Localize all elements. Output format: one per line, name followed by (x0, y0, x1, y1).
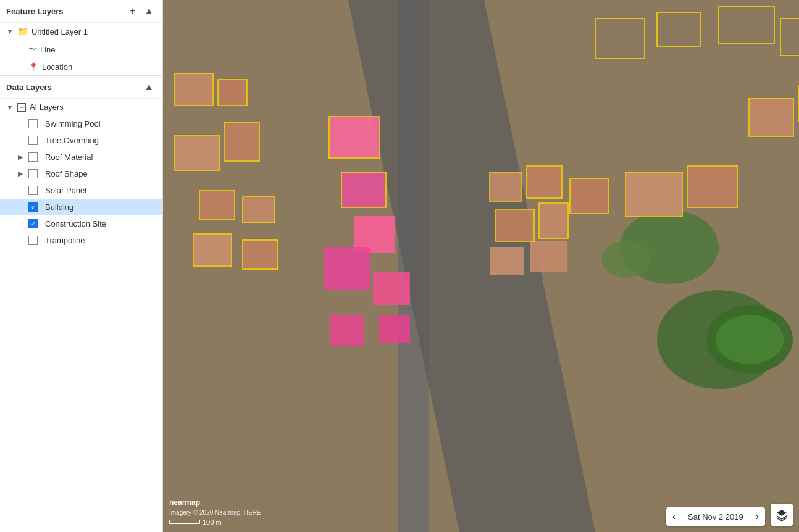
collapse-feature-layers-button[interactable]: ▲ (141, 5, 156, 17)
label-building: Building (45, 202, 73, 212)
svg-rect-16 (324, 247, 370, 290)
label-roof-material: Roof Material (45, 152, 93, 162)
checkbox-swimming-pool[interactable] (28, 119, 38, 128)
line-icon: 〜 (28, 44, 36, 55)
svg-rect-58 (243, 197, 274, 222)
label-solar-panel: Solar Panel (45, 186, 86, 195)
expand-icon-roof-material[interactable]: ▶ (16, 153, 25, 161)
prev-date-button[interactable]: ‹ (666, 507, 682, 526)
data-layers-label: Data Layers (6, 83, 52, 92)
svg-rect-28 (688, 167, 737, 207)
location-item[interactable]: 📍 Location (0, 59, 162, 75)
checkbox-building[interactable] (28, 202, 38, 212)
svg-rect-20 (490, 173, 521, 201)
untitled-layer-item[interactable]: ▼ 📁 Untitled Layer 1 (0, 23, 162, 40)
map-canvas: nearmap Imagery © 2020 Nearmap, HERE 100… (163, 0, 799, 532)
feature-layers-label: Feature Layers (6, 7, 64, 16)
svg-rect-29 (750, 99, 793, 136)
map-attribution: Imagery © 2020 Nearmap, HERE (169, 509, 261, 516)
checkbox-roof-material[interactable] (28, 152, 38, 162)
ai-layer-item-roof-material[interactable]: ▶Roof Material (0, 149, 162, 165)
map-area: nearmap Imagery © 2020 Nearmap, HERE 100… (163, 0, 799, 532)
svg-rect-19 (379, 315, 410, 343)
svg-point-6 (601, 241, 651, 278)
svg-rect-18 (330, 315, 364, 346)
ai-layer-list: Swimming PoolTree Overhang▶Roof Material… (0, 115, 162, 249)
ai-layers-minus-icon: − (17, 103, 26, 112)
label-trampoline: Trampoline (45, 236, 85, 245)
ai-layer-item-swimming-pool[interactable]: Swimming Pool (0, 115, 162, 132)
expand-icon-roof-shape[interactable]: ▶ (16, 170, 25, 178)
checkbox-tree-overhang[interactable] (28, 136, 38, 145)
untitled-layer-label: Untitled Layer 1 (31, 27, 88, 36)
line-item[interactable]: 〜 Line (0, 40, 162, 59)
svg-rect-14 (342, 173, 385, 207)
ai-layers-item[interactable]: ▼ − AI Layers (0, 99, 162, 115)
layer-expand-icon: ▼ (6, 27, 14, 36)
ai-layers-expand-icon: ▼ (6, 103, 14, 112)
label-roof-shape: Roof Shape (45, 169, 88, 178)
svg-rect-60 (194, 235, 231, 265)
next-date-button[interactable]: › (750, 507, 765, 526)
data-layers-controls: ▲ (141, 81, 156, 93)
add-layer-button[interactable]: + (127, 5, 138, 17)
label-construction-site: Construction Site (45, 219, 106, 228)
scale-bar: 100 m (169, 518, 261, 526)
svg-rect-24 (571, 179, 608, 213)
ai-layers-label: AI Layers (30, 102, 64, 112)
svg-rect-13 (330, 117, 379, 157)
checkbox-roof-shape[interactable] (28, 169, 38, 178)
ai-layer-item-tree-overhang[interactable]: Tree Overhang (0, 132, 162, 149)
map-bottom-bar: nearmap Imagery © 2020 Nearmap, HERE 100… (169, 498, 261, 526)
svg-rect-21 (527, 167, 561, 197)
svg-rect-17 (373, 272, 410, 305)
svg-rect-25 (490, 247, 524, 275)
line-label: Line (40, 45, 56, 54)
label-tree-overhang: Tree Overhang (45, 136, 99, 145)
nearmap-logo: nearmap (169, 498, 261, 507)
checkbox-solar-panel[interactable] (28, 186, 38, 195)
svg-rect-11 (175, 136, 219, 170)
ai-layer-item-roof-shape[interactable]: ▶Roof Shape (0, 165, 162, 182)
scale-line (169, 520, 200, 524)
svg-rect-9 (175, 74, 212, 105)
ai-layer-item-building[interactable]: Building (0, 199, 162, 215)
ai-layer-item-trampoline[interactable]: Trampoline (0, 232, 162, 249)
data-layers-header: Data Layers ▲ (0, 76, 162, 99)
location-icon: 📍 (28, 62, 38, 72)
feature-layers-title-group: Feature Layers (6, 7, 64, 16)
feature-layers-header: Feature Layers + ▲ (0, 0, 162, 23)
map-svg (163, 0, 799, 532)
svg-rect-56 (200, 191, 234, 219)
ai-layer-item-solar-panel[interactable]: Solar Panel (0, 182, 162, 199)
map-layers-button[interactable] (771, 504, 793, 526)
data-layers-title-group: Data Layers (6, 83, 52, 92)
svg-point-8 (716, 315, 784, 364)
location-label: Location (42, 62, 72, 72)
ai-layer-item-construction-site[interactable]: Construction Site (0, 215, 162, 232)
scale-label: 100 m (203, 518, 222, 526)
svg-rect-27 (626, 173, 682, 216)
date-label: Sat Nov 2 2019 (682, 509, 750, 525)
svg-rect-12 (225, 123, 259, 160)
label-swimming-pool: Swimming Pool (45, 119, 101, 128)
svg-rect-10 (219, 80, 246, 105)
svg-rect-22 (496, 210, 533, 241)
folder-icon: 📁 (17, 27, 28, 36)
collapse-data-layers-button[interactable]: ▲ (141, 81, 156, 93)
checkbox-trampoline[interactable] (28, 236, 38, 245)
svg-rect-62 (243, 241, 277, 268)
sidebar: Feature Layers + ▲ ▼ 📁 Untitled Layer 1 … (0, 0, 163, 532)
feature-layers-controls: + ▲ (127, 5, 156, 17)
layers-stack-icon (776, 509, 788, 521)
svg-rect-26 (530, 241, 567, 272)
svg-rect-23 (540, 204, 567, 238)
date-navigation: ‹ Sat Nov 2 2019 › (666, 507, 765, 526)
checkbox-construction-site[interactable] (28, 219, 38, 228)
